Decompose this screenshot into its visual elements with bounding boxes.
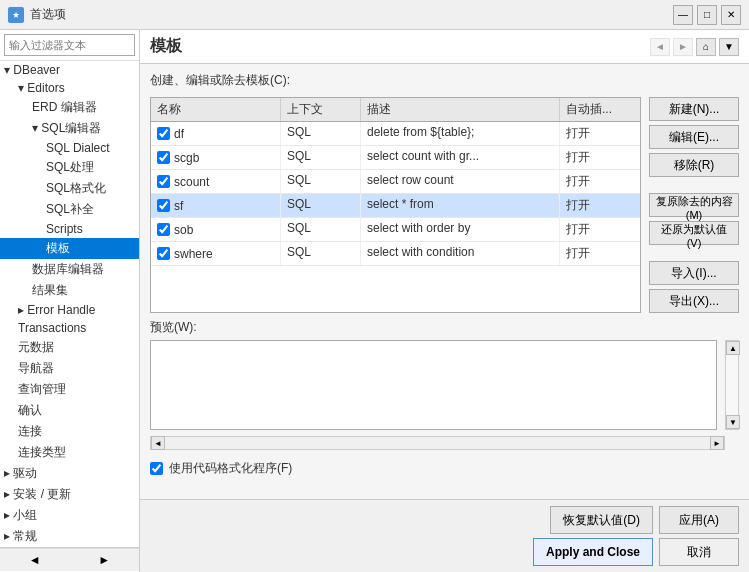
table-body: dfSQLdelete from ${table};打开scgbSQLselec… xyxy=(151,122,640,266)
close-button[interactable]: ✕ xyxy=(721,5,741,25)
table-row[interactable]: scountSQLselect row count打开 xyxy=(151,170,640,194)
sidebar-item-query-mgr[interactable]: 查询管理 xyxy=(0,379,139,400)
edit-button[interactable]: 编辑(E)... xyxy=(649,125,739,149)
restore-default-button[interactable]: 还原为默认值(V) xyxy=(649,221,739,245)
new-button[interactable]: 新建(N)... xyxy=(649,97,739,121)
app-icon: ★ xyxy=(8,7,24,23)
format-label: 使用代码格式化程序(F) xyxy=(169,460,292,477)
sidebar-item-connect[interactable]: 连接 xyxy=(0,421,139,442)
sidebar-item-error-handle[interactable]: ▸ Error Handle xyxy=(0,301,139,319)
scroll-up-button[interactable]: ▲ xyxy=(726,341,740,355)
col-auto: 自动插... xyxy=(560,98,640,121)
sidebar-item-sql-format[interactable]: SQL格式化 xyxy=(0,178,139,199)
export-button[interactable]: 导出(X)... xyxy=(649,289,739,313)
preview-scrollbar-h[interactable]: ◄ ► xyxy=(150,436,725,450)
sidebar-item-transactions[interactable]: Transactions xyxy=(0,319,139,337)
sidebar-item-db-editor[interactable]: 数据库编辑器 xyxy=(0,259,139,280)
scroll-left-button[interactable]: ◄ xyxy=(151,436,165,450)
table-row[interactable]: sfSQLselect * from打开 xyxy=(151,194,640,218)
sidebar-item-templates[interactable]: 模板 xyxy=(0,238,139,259)
remove-button[interactable]: 移除(R) xyxy=(649,153,739,177)
sidebar-scroll-bar: ◄ ► xyxy=(0,547,139,571)
sidebar-item-editors[interactable]: ▾ Editors xyxy=(0,79,139,97)
nav-forward-button[interactable]: ► xyxy=(673,38,693,56)
sidebar-item-connect-type[interactable]: 连接类型 xyxy=(0,442,139,463)
col-name: 名称 xyxy=(151,98,281,121)
minimize-button[interactable]: — xyxy=(673,5,693,25)
sidebar-item-general[interactable]: ▸ 常规 xyxy=(0,526,139,547)
table-row[interactable]: swhereSQLselect with condition打开 xyxy=(151,242,640,266)
title-bar: ★ 首选项 — □ ✕ xyxy=(0,0,749,30)
sidebar-item-groups[interactable]: ▸ 小组 xyxy=(0,505,139,526)
preview-area[interactable] xyxy=(150,340,717,430)
sidebar-item-results[interactable]: 结果集 xyxy=(0,280,139,301)
sidebar-scroll-left[interactable]: ◄ xyxy=(0,548,70,571)
import-button[interactable]: 导入(I)... xyxy=(649,261,739,285)
template-table: 名称 上下文 描述 自动插... dfSQLdelete from ${tabl… xyxy=(150,97,641,313)
sidebar-item-sql-dialect[interactable]: SQL Dialect xyxy=(0,139,139,157)
scroll-right-button[interactable]: ► xyxy=(710,436,724,450)
scroll-down-button[interactable]: ▼ xyxy=(726,415,740,429)
format-checkbox[interactable] xyxy=(150,462,163,475)
preview-scrollbar-v[interactable]: ▲ ▼ xyxy=(725,340,739,430)
sidebar-item-metadata[interactable]: 元数据 xyxy=(0,337,139,358)
sidebar-scroll-right[interactable]: ► xyxy=(70,548,140,571)
table-row[interactable]: scgbSQLselect count with gr...打开 xyxy=(151,146,640,170)
table-area: 名称 上下文 描述 自动插... dfSQLdelete from ${tabl… xyxy=(150,97,739,313)
sidebar-item-dbeaver[interactable]: ▾ DBeaver xyxy=(0,61,139,79)
filter-input[interactable] xyxy=(4,34,135,56)
apply-button[interactable]: 应用(A) xyxy=(659,506,739,534)
content-header: 模板 ◄ ► ⌂ ▼ xyxy=(140,30,749,64)
nav-home-button[interactable]: ⌂ xyxy=(696,38,716,56)
row-checkbox-3[interactable] xyxy=(157,199,170,212)
bottom-buttons-top: 恢复默认值(D) 应用(A) xyxy=(150,506,739,534)
sidebar-item-sql-processing[interactable]: SQL处理 xyxy=(0,157,139,178)
preview-area-wrapper: ▲ ▼ xyxy=(150,340,739,430)
content-panel: 模板 ◄ ► ⌂ ▼ 创建、编辑或除去模板(C): 名称 上下文 描述 自动插.… xyxy=(140,30,749,572)
nav-menu-button[interactable]: ▼ xyxy=(719,38,739,56)
checkbox-row: 使用代码格式化程序(F) xyxy=(150,456,739,481)
nav-back-button[interactable]: ◄ xyxy=(650,38,670,56)
maximize-button[interactable]: □ xyxy=(697,5,717,25)
content-title: 模板 xyxy=(150,36,182,57)
title-controls: — □ ✕ xyxy=(673,5,741,25)
row-checkbox-1[interactable] xyxy=(157,151,170,164)
sidebar-item-navigator[interactable]: 导航器 xyxy=(0,358,139,379)
nav-arrows: ◄ ► ⌂ ▼ xyxy=(650,38,739,56)
table-row[interactable]: sobSQLselect with order by打开 xyxy=(151,218,640,242)
bottom-buttons-main: Apply and Close 取消 xyxy=(150,538,739,566)
sidebar-item-sql-completion[interactable]: SQL补全 xyxy=(0,199,139,220)
row-checkbox-0[interactable] xyxy=(157,127,170,140)
table-label: 创建、编辑或除去模板(C): xyxy=(150,72,739,89)
sidebar-item-install-update[interactable]: ▸ 安装 / 更新 xyxy=(0,484,139,505)
cancel-button[interactable]: 取消 xyxy=(659,538,739,566)
bottom-bar: 恢复默认值(D) 应用(A) Apply and Close 取消 xyxy=(140,499,749,572)
table-row[interactable]: dfSQLdelete from ${table};打开 xyxy=(151,122,640,146)
template-panel: 创建、编辑或除去模板(C): 名称 上下文 描述 自动插... dfSQLdel… xyxy=(140,64,749,499)
col-desc: 描述 xyxy=(361,98,560,121)
title-text: 首选项 xyxy=(30,6,66,23)
sidebar-item-confirm[interactable]: 确认 xyxy=(0,400,139,421)
restore-defaults-button[interactable]: 恢复默认值(D) xyxy=(550,506,653,534)
preview-section: 预览(W): ▲ ▼ ◄ ► xyxy=(150,319,739,450)
sidebar-item-erd[interactable]: ERD 编辑器 xyxy=(0,97,139,118)
main-layout: ▾ DBeaver▾ Editors ERD 编辑器▾ SQL编辑器 SQL D… xyxy=(0,30,749,572)
sidebar-item-sql-editor[interactable]: ▾ SQL编辑器 xyxy=(0,118,139,139)
table-header: 名称 上下文 描述 自动插... xyxy=(151,98,640,122)
row-checkbox-5[interactable] xyxy=(157,247,170,260)
row-checkbox-4[interactable] xyxy=(157,223,170,236)
preview-label: 预览(W): xyxy=(150,319,739,336)
col-context: 上下文 xyxy=(281,98,361,121)
side-buttons: 新建(N)... 编辑(E)... 移除(R) 复原除去的内容(M) 还原为默认… xyxy=(649,97,739,313)
sidebar-item-scripts[interactable]: Scripts xyxy=(0,220,139,238)
sidebar: ▾ DBeaver▾ Editors ERD 编辑器▾ SQL编辑器 SQL D… xyxy=(0,30,140,572)
tree-container: ▾ DBeaver▾ Editors ERD 编辑器▾ SQL编辑器 SQL D… xyxy=(0,61,139,547)
restore-button[interactable]: 复原除去的内容(M) xyxy=(649,193,739,217)
sidebar-filter-area xyxy=(0,30,139,61)
row-checkbox-2[interactable] xyxy=(157,175,170,188)
apply-and-close-button[interactable]: Apply and Close xyxy=(533,538,653,566)
sidebar-item-drivers[interactable]: ▸ 驱动 xyxy=(0,463,139,484)
